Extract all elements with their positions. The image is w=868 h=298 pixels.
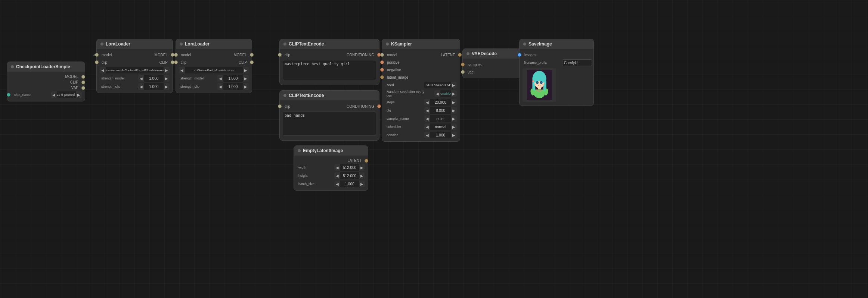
lora2-str-model-stepper[interactable]: ◀ 1.000 ▶: [217, 75, 249, 82]
port-lora1-clip-in[interactable]: [95, 60, 99, 64]
lora1-name-next[interactable]: ▶: [164, 67, 170, 73]
lora1-name-stepper[interactable]: ◀ tover/comer8sContrastFix_sd15.safetens…: [100, 67, 170, 73]
ckpt-prev-btn[interactable]: ◀: [51, 91, 57, 98]
ks-steps-label: steps: [384, 100, 422, 104]
port-ks-neg-in[interactable]: [380, 68, 384, 72]
port-vae-samples-in[interactable]: [461, 63, 465, 66]
port-save-images-in[interactable]: [518, 53, 521, 57]
port-lora2-clip-out[interactable]: [250, 60, 254, 64]
empty-batch-stepper[interactable]: ◀ 1.000 ▶: [334, 181, 365, 187]
ks-cfg-prev[interactable]: ◀: [424, 107, 430, 114]
ks-steps-stepper[interactable]: ◀ 20.000 ▶: [424, 99, 457, 106]
ks-latent-in-label: latent_image: [384, 75, 460, 79]
port-clip-pos-in[interactable]: [278, 53, 282, 57]
node-empty-latent: EmptyLatentImage LATENT width ◀ 512.000 …: [294, 145, 368, 191]
empty-latent-out-row: LATENT: [294, 158, 368, 163]
lora1-clip-row: clip CLIP: [97, 59, 173, 66]
port-lora2-model-out[interactable]: [250, 53, 254, 57]
empty-batch-prev[interactable]: ◀: [334, 181, 340, 187]
ks-denoise-next[interactable]: ▶: [451, 132, 457, 138]
ckpt-name-stepper[interactable]: ◀ v1-5-pruned-emaonly.ckpt ▶: [51, 91, 82, 98]
clip-neg-textarea[interactable]: bad hands: [283, 112, 376, 136]
port-empty-latent-out[interactable]: [365, 159, 368, 163]
ks-positive-row: positive: [382, 59, 460, 66]
ckpt-next-btn[interactable]: ▶: [76, 91, 82, 98]
ks-randseed-next[interactable]: ▶: [451, 90, 457, 97]
empty-height-row: height ◀ 512.000 ▶: [294, 172, 368, 180]
clip-pos-textarea[interactable]: masterpiece best quality girl: [283, 60, 376, 80]
ks-randseed-prev[interactable]: ◀: [434, 90, 440, 97]
empty-height-next[interactable]: ▶: [359, 172, 365, 179]
port-clip-neg-out[interactable]: [377, 104, 381, 108]
port-ks-latent-in[interactable]: [380, 75, 384, 79]
svg-rect-6: [534, 90, 545, 95]
port-vae-vae-in[interactable]: [461, 70, 465, 74]
port-model-out[interactable]: [81, 75, 85, 79]
lora2-str-clip-next[interactable]: ▶: [243, 83, 249, 90]
lora1-str-clip-prev[interactable]: ◀: [138, 83, 144, 90]
save-prefix-input[interactable]: [562, 59, 592, 66]
ks-steps-next[interactable]: ▶: [451, 99, 457, 106]
ks-scheduler-next[interactable]: ▶: [451, 123, 457, 130]
node-ksampler-title: KSampler: [391, 41, 412, 47]
node-lora-loader-1: LoraLoader model MODEL clip CLIP ◀ tover…: [96, 39, 173, 93]
lora1-str-clip-stepper[interactable]: ◀ 1.000 ▶: [138, 83, 170, 90]
lora1-model-out-label: MODEL: [135, 53, 171, 57]
empty-width-next[interactable]: ▶: [359, 164, 365, 171]
ks-randseed-stepper[interactable]: ◀ enabled ▶: [434, 90, 457, 97]
ks-seed-next[interactable]: ▶: [451, 82, 457, 88]
port-clip-neg-in[interactable]: [278, 104, 282, 108]
node-lora1-title: LoraLoader: [106, 41, 130, 47]
lora2-name-prev[interactable]: ◀: [179, 67, 185, 73]
lora1-str-clip-val: 1.000: [144, 85, 164, 89]
port-lora1-model-in[interactable]: [95, 53, 99, 57]
lora2-str-model-prev[interactable]: ◀: [217, 75, 223, 82]
empty-height-prev[interactable]: ◀: [334, 172, 340, 179]
lora2-str-clip-prev[interactable]: ◀: [217, 83, 223, 90]
empty-width-val: 512.000: [340, 166, 359, 170]
empty-height-stepper[interactable]: ◀ 512.000 ▶: [334, 172, 365, 179]
lora2-str-model-label: strength_model: [177, 76, 215, 80]
ks-denoise-label: denoise: [384, 133, 422, 137]
ks-denoise-stepper[interactable]: ◀ 1.000 ▶: [424, 132, 457, 138]
empty-batch-next[interactable]: ▶: [359, 181, 365, 187]
lora1-str-model-prev[interactable]: ◀: [138, 75, 144, 82]
ks-seed-stepper[interactable]: 513173432917412.000 ▶: [424, 82, 457, 88]
lora1-str-model-stepper[interactable]: ◀ 1.000 ▶: [138, 75, 170, 82]
port-ks-model-in[interactable]: [380, 53, 384, 57]
port-ks-latent-out[interactable]: [458, 53, 462, 57]
output-model-row: MODEL: [7, 74, 85, 79]
ks-steps-val: 20.000: [430, 100, 451, 104]
port-lora2-clip-in[interactable]: [174, 60, 178, 64]
ks-sampler-next[interactable]: ▶: [451, 115, 457, 122]
port-clip-out[interactable]: [81, 81, 85, 84]
lora1-name-prev[interactable]: ◀: [100, 67, 106, 73]
ks-sampler-prev[interactable]: ◀: [424, 115, 430, 122]
ks-scheduler-stepper[interactable]: ◀ normal ▶: [424, 123, 457, 130]
ks-cfg-stepper[interactable]: ◀ 8.000 ▶: [424, 107, 457, 114]
ks-denoise-prev[interactable]: ◀: [424, 132, 430, 138]
ks-randseed-val: enabled: [440, 92, 451, 95]
node-title: CheckpointLoaderSimple: [16, 64, 70, 69]
port-vae-out[interactable]: [81, 86, 85, 90]
ks-steps-prev[interactable]: ◀: [424, 99, 430, 106]
ks-cfg-next[interactable]: ▶: [451, 107, 457, 114]
lora2-name-next[interactable]: ▶: [243, 67, 249, 73]
lora2-str-clip-stepper[interactable]: ◀ 1.000 ▶: [217, 83, 249, 90]
node-empty-latent-body: LATENT width ◀ 512.000 ▶ height ◀ 512.00…: [294, 156, 368, 190]
lora2-name-stepper[interactable]: ◀ epiNoiseoffset_v2.safetensors ▶: [179, 67, 249, 73]
empty-width-stepper[interactable]: ◀ 512.000 ▶: [334, 164, 365, 171]
ks-sampler-stepper[interactable]: ◀ euler ▶: [424, 115, 457, 122]
port-ks-pos-in[interactable]: [380, 60, 384, 64]
empty-width-prev[interactable]: ◀: [334, 164, 340, 171]
lora2-str-model-next[interactable]: ▶: [243, 75, 249, 82]
node-canvas[interactable]: CheckpointLoaderSimple MODEL CLIP VAE ck…: [0, 0, 868, 298]
node-dot-ksampler: [386, 43, 389, 46]
lora1-str-clip-next[interactable]: ▶: [164, 83, 170, 90]
port-lora2-model-in[interactable]: [174, 53, 178, 57]
clip-neg-label: clip: [282, 104, 329, 109]
ks-scheduler-prev[interactable]: ◀: [424, 123, 430, 130]
node-dot-clip-neg: [283, 94, 286, 97]
lora1-str-model-next[interactable]: ▶: [164, 75, 170, 82]
port-ckpt-in[interactable]: [7, 93, 10, 97]
